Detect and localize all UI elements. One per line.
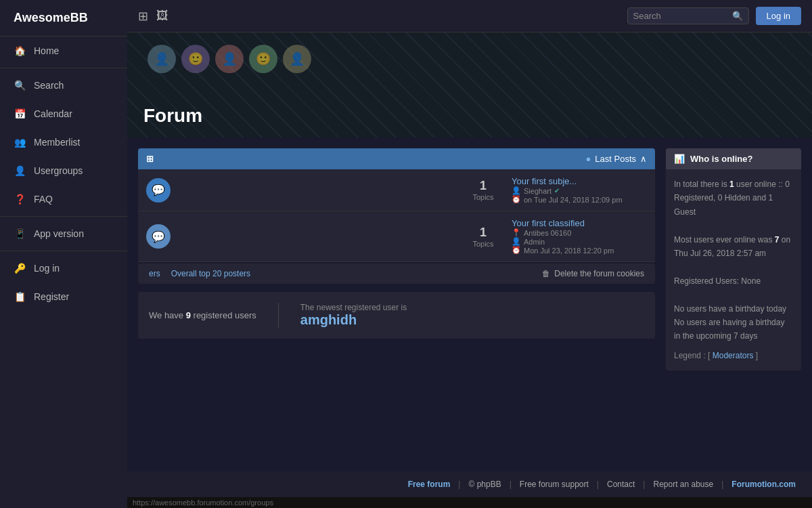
sidebar-item-register[interactable]: 📋 Register: [0, 282, 127, 311]
last-post-location-2: 📍 Antibes 06160: [512, 228, 647, 237]
registered-users-none: Registered Users: None: [674, 274, 793, 288]
search-icon: 🔍: [14, 79, 26, 91]
content-area: ⊞ ● Last Posts ∧ 💬 1 Topics: [127, 137, 812, 471]
footer-link-2[interactable]: Overall top 20 posters: [171, 269, 250, 278]
topics-label-1: Topics: [463, 193, 503, 201]
forum-row-1: 💬 1 Topics Your first subje... 👤 Sieghar…: [138, 169, 655, 211]
last-post-2: Your first classified 📍 Antibes 06160 👤 …: [512, 218, 647, 255]
login-icon: 🔑: [14, 262, 26, 274]
forum-info-2: [179, 232, 455, 241]
last-post-title-1[interactable]: Your first subje...: [512, 176, 647, 186]
location-icon-2: 📍: [512, 228, 521, 237]
newest-user-label: The newest registered user is: [300, 303, 407, 312]
sidebar-nav: 🏠 Home 🔍 Search 📅 Calendar 👥 Memberlist …: [0, 37, 127, 311]
topics-label-2: Topics: [463, 240, 503, 248]
forum-grid-icon: ⊞: [146, 154, 154, 164]
main-content: ⊞ 🖼 🔍 Log in 👤 🙂 👤 🙂 👤 Forum ⊞: [127, 0, 812, 508]
sidebar-item-home[interactable]: 🏠 Home: [0, 37, 127, 65]
status-url: https://awesomebb.forumotion.com/groups: [133, 499, 273, 507]
sidebar-item-calendar[interactable]: 📅 Calendar: [0, 100, 127, 128]
online-legend: Legend : [ Moderators ]: [674, 349, 793, 362]
last-posts-dot: ●: [585, 154, 591, 164]
home-icon: 🏠: [14, 45, 26, 57]
newest-username[interactable]: amghidh: [300, 312, 407, 328]
collapse-icon[interactable]: ∧: [640, 154, 647, 164]
sidebar-item-faq[interactable]: ❓ FAQ: [0, 185, 127, 213]
image-icon[interactable]: 🖼: [156, 9, 168, 24]
sidebar-item-home-label: Home: [34, 45, 59, 56]
topbar: ⊞ 🖼 🔍 Log in: [127, 0, 812, 33]
hero-title: Forum: [143, 105, 202, 127]
online-box: 📊 Who is online? In total there is 1 use…: [666, 148, 801, 371]
last-post-user-2[interactable]: Admin: [524, 238, 545, 246]
last-post-user-1[interactable]: Sieghart: [524, 187, 551, 195]
sidebar-item-app-version[interactable]: 📱 App version: [0, 219, 127, 248]
stats-row: We have 9 registered users The newest re…: [138, 292, 655, 339]
forum-stats-2: 1 Topics: [463, 226, 503, 248]
online-total: In total there is 1 user online :: 0 Reg…: [674, 177, 793, 219]
clock-icon-1: ⏰: [512, 195, 521, 204]
sidebar-item-memberlist[interactable]: 👥 Memberlist: [0, 128, 127, 156]
avatar-4: 🙂: [249, 45, 277, 73]
sidebar-item-login-label: Log in: [34, 263, 60, 274]
avatar-1: 👤: [148, 45, 176, 73]
sidebar-item-usergroups[interactable]: 👤 Usergroups: [0, 156, 127, 185]
forum-main: ⊞ ● Last Posts ∧ 💬 1 Topics: [138, 148, 655, 461]
online-body: In total there is 1 user online :: 0 Reg…: [666, 169, 801, 371]
grid-icon[interactable]: ⊞: [138, 9, 148, 24]
faq-icon: ❓: [14, 193, 26, 205]
hero-avatars: 👤 🙂 👤 🙂 👤: [127, 39, 812, 79]
login-button[interactable]: Log in: [756, 7, 801, 25]
forum-icon-2: 💬: [146, 224, 171, 249]
last-post-user-row-2: 👤 Admin: [512, 237, 647, 246]
online-sidebar: 📊 Who is online? In total there is 1 use…: [666, 148, 801, 461]
sidebar-item-usergroups-label: Usergroups: [34, 165, 83, 176]
forum-stats-1: 1 Topics: [463, 179, 503, 201]
register-icon: 📋: [14, 291, 26, 303]
search-box: 🔍: [627, 7, 749, 24]
sidebar-item-search[interactable]: 🔍 Search: [0, 71, 127, 100]
footer-free-forum[interactable]: Free forum: [408, 480, 451, 489]
search-submit-icon[interactable]: 🔍: [732, 11, 743, 21]
online-count: 1: [729, 179, 734, 189]
delete-cookies-button[interactable]: 🗑 Delete the forum cookies: [542, 269, 644, 278]
footer-contact[interactable]: Contact: [607, 480, 635, 489]
last-post-title-2[interactable]: Your first classified: [512, 218, 647, 228]
forum-header: ⊞ ● Last Posts ∧: [138, 148, 655, 169]
page-footer: Free forum | © phpBB | Free forum suppor…: [127, 471, 812, 497]
footer-free-forum-support[interactable]: Free forum support: [520, 480, 589, 489]
moderators-link[interactable]: Moderators: [713, 351, 754, 360]
avatar-5: 👤: [283, 45, 311, 73]
sidebar: AwesomeBB 🏠 Home 🔍 Search 📅 Calendar 👥 M…: [0, 0, 127, 508]
status-bar: https://awesomebb.forumotion.com/groups: [127, 497, 812, 508]
forum-footer: ers Overall top 20 posters 🗑 Delete the …: [138, 263, 655, 284]
online-peak: Most users ever online was 7 on Thu Jul …: [674, 233, 793, 261]
footer-forumotion[interactable]: Forumotion.com: [731, 480, 796, 489]
footer-link-1[interactable]: ers: [149, 269, 160, 278]
forum-name-2[interactable]: [179, 232, 455, 241]
sidebar-item-app-version-label: App version: [34, 228, 84, 239]
topics-count-1: 1: [463, 179, 503, 193]
avatar-2: 🙂: [181, 45, 210, 73]
forum-name-1[interactable]: [179, 186, 455, 195]
forum-header-left: ⊞: [146, 154, 154, 164]
last-post-meta-1: 👤 Sieghart ✔: [512, 186, 647, 195]
footer-phpbb[interactable]: © phpBB: [468, 480, 501, 489]
search-input[interactable]: [633, 11, 728, 21]
sidebar-item-login[interactable]: 🔑 Log in: [0, 254, 127, 282]
last-post-1: Your first subje... 👤 Sieghart ✔ ⏰ on Tu…: [512, 176, 647, 204]
topbar-icons: ⊞ 🖼: [138, 9, 168, 24]
footer-report-abuse[interactable]: Report an abuse: [653, 480, 713, 489]
newest-user-box: The newest registered user is amghidh: [278, 303, 407, 328]
user-icon-2: 👤: [512, 237, 521, 246]
last-posts-toggle[interactable]: ● Last Posts ∧: [585, 154, 647, 164]
trash-icon: 🗑: [542, 269, 550, 278]
memberlist-icon: 👥: [14, 136, 26, 148]
sidebar-logo: AwesomeBB: [0, 0, 127, 37]
sidebar-item-memberlist-label: Memberlist: [34, 137, 80, 148]
avatar-3: 👤: [215, 45, 244, 73]
user-icon-1: 👤: [512, 186, 521, 195]
last-post-date-2: ⏰ Mon Jul 23, 2018 12:20 pm: [512, 246, 647, 255]
registered-count: 9: [186, 310, 191, 320]
birthday-today: No users have a birthday today: [674, 302, 793, 316]
